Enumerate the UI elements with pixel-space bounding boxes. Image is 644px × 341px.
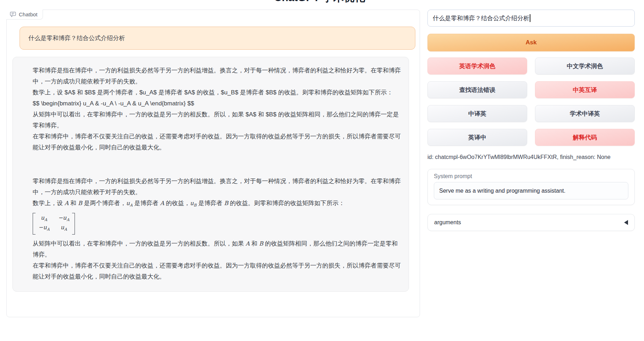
chatbot-label: Chatbot [6,10,43,20]
chinese-english-mutual-translate-button[interactable]: 中英互译 [535,81,635,98]
math-token: B [78,200,82,207]
math-token: A [65,200,69,207]
chinese-academic-polish-button[interactable]: 中文学术润色 [535,57,635,75]
math-token: B [259,240,263,247]
math-token: A [160,200,164,207]
math-token: uA [126,200,132,207]
math-token: uA [41,214,47,224]
ask-button[interactable]: Ask [427,34,635,51]
bot-rendered-text: 零和博弈是指在博弈中，一方的利益损失必然等于另一方的利益增益。换言之，对于每一种… [33,176,402,211]
explain-code-button[interactable]: 解释代码 [535,129,635,146]
user-message-bubble: 什么是零和博弈？结合公式介绍分析 [20,27,415,50]
chat-messages: 什么是零和博弈？结合公式介绍分析 零和博弈是指在博弈中，一方的利益损失必然等于另… [7,10,420,297]
accordion-arrow-icon [624,220,628,225]
system-prompt-label: System prompt [434,173,628,180]
bot-rendered-text: 从矩阵中可以看出，在零和博弈中，一方的收益是另一方的相反数。所以，如果 A 和 … [33,238,402,282]
find-grammar-errors-button[interactable]: 查找语法错误 [427,81,527,98]
bot-raw-text: 零和博弈是指在博弈中，一方的利益损失必然等于另一方的利益增益。换言之，对于每一种… [33,65,402,153]
page-title: ChatGPT 学术优化 [274,0,365,4]
arguments-accordion[interactable]: arguments [427,214,635,231]
chatbot-label-text: Chatbot [19,11,38,17]
english-to-chinese-button[interactable]: 英译中 [427,129,527,146]
math-token: −uA [38,224,50,233]
response-meta: id: chatcmpl-6wOo7KrYTwMl89lbrMWRu4UkFFX… [427,154,635,160]
math-token: B [224,200,228,207]
math-token: −uA [58,214,70,224]
payoff-matrix: uA−uA−uAuA [33,213,75,234]
question-input-value: 什么是零和博弈？结合公式介绍分析 [433,14,529,22]
function-button-grid: 英语学术润色中文学术润色查找语法错误中英互译中译英学术中译英英译中解释代码 [427,57,635,146]
system-prompt-input[interactable]: Serve me as a writing and programming as… [434,182,628,199]
math-token: uB [190,200,196,207]
system-prompt-group: System prompt Serve me as a writing and … [427,169,635,205]
text-caret [530,14,530,22]
academic-chinese-to-english-button[interactable]: 学术中译英 [535,105,635,122]
main-layout: Chatbot 什么是零和博弈？结合公式介绍分析 零和博弈是指在博弈中，一方的利… [6,10,635,317]
chat-bubble-icon [10,12,16,17]
english-academic-polish-button[interactable]: 英语学术润色 [427,57,527,75]
math-token: uA [60,224,67,233]
chatbot-panel: Chatbot 什么是零和博弈？结合公式介绍分析 零和博弈是指在博弈中，一方的利… [6,10,420,317]
bot-message-bubble: 零和博弈是指在博弈中，一方的利益损失必然等于另一方的利益增益。换言之，对于每一种… [12,57,409,292]
chinese-to-english-button[interactable]: 中译英 [427,105,527,122]
controls-column: 什么是零和博弈？结合公式介绍分析 Ask 英语学术润色中文学术润色查找语法错误中… [427,10,635,317]
system-prompt-value: Serve me as a writing and programming as… [439,188,566,194]
math-token: A [246,240,250,247]
arguments-accordion-label: arguments [434,219,461,226]
question-input[interactable]: 什么是零和博弈？结合公式介绍分析 [427,10,635,27]
